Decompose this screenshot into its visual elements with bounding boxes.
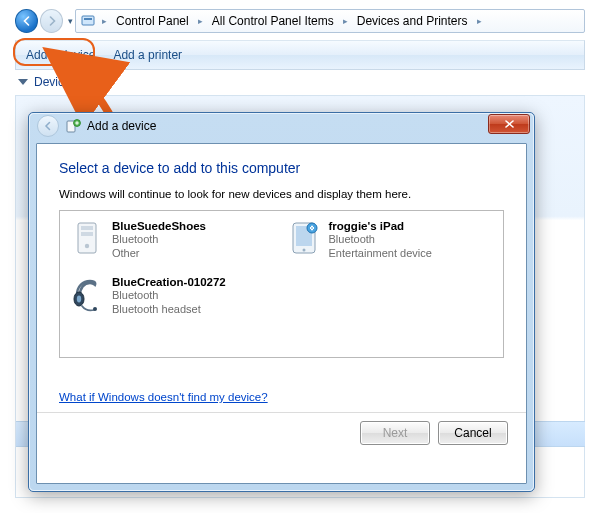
svg-point-11: [85, 244, 89, 248]
breadcrumb-separator-icon: ▸: [100, 16, 109, 26]
device-category: Entertainment device: [329, 247, 432, 261]
dialog-subtext: Windows will continue to look for new de…: [59, 188, 504, 200]
tablet-device-icon: [287, 219, 321, 259]
location-icon: [80, 13, 96, 29]
device-type: Bluetooth: [112, 289, 226, 303]
close-button[interactable]: [488, 114, 530, 134]
device-list: BlueSuedeShoes Bluetooth Other: [59, 210, 504, 358]
device-item[interactable]: BlueSuedeShoes Bluetooth Other: [70, 219, 277, 271]
section-count: (6): [83, 75, 98, 89]
device-item[interactable]: BlueCreation-010272 Bluetooth Bluetooth …: [70, 275, 277, 327]
breadcrumb-item[interactable]: Devices and Printers: [354, 14, 471, 28]
device-category: Other: [112, 247, 206, 261]
dialog-footer-separator: [37, 412, 526, 413]
dialog-heading: Select a device to add to this computer: [59, 160, 504, 176]
dialog-title: Add a device: [87, 119, 156, 133]
back-button[interactable]: [15, 9, 38, 33]
svg-point-18: [93, 307, 97, 311]
svg-rect-1: [84, 18, 92, 20]
device-name: froggie's iPad: [329, 219, 432, 233]
breadcrumb-separator-icon: ▸: [341, 16, 350, 26]
add-device-dialog: Add a device Select a device to add to t…: [28, 112, 535, 492]
add-printer-command[interactable]: Add a printer: [113, 48, 182, 62]
address-bar[interactable]: ▸ Control Panel ▸ All Control Panel Item…: [75, 9, 585, 33]
nav-history-dropdown[interactable]: ▾: [65, 12, 75, 30]
devices-section-header[interactable]: Devices (6): [18, 75, 570, 89]
device-category: Bluetooth headset: [112, 303, 226, 317]
command-toolbar: Add a device Add a printer: [15, 40, 585, 70]
add-device-icon: [65, 118, 81, 134]
forward-button[interactable]: [40, 9, 63, 33]
device-item[interactable]: froggie's iPad Bluetooth Entertainment d…: [287, 219, 494, 271]
add-device-command[interactable]: Add a device: [26, 48, 95, 62]
cancel-button[interactable]: Cancel: [438, 421, 508, 445]
svg-point-17: [77, 296, 81, 303]
device-type: Bluetooth: [329, 233, 432, 247]
dialog-back-button[interactable]: [37, 115, 59, 137]
breadcrumb-separator-icon: ▸: [196, 16, 205, 26]
breadcrumb-item[interactable]: Control Panel: [113, 14, 192, 28]
svg-rect-0: [82, 16, 94, 25]
help-link[interactable]: What if Windows doesn't find my device?: [59, 391, 268, 403]
svg-rect-10: [81, 232, 93, 236]
section-label: Devices: [34, 75, 77, 89]
desktop-device-icon: [70, 219, 104, 259]
device-name: BlueCreation-010272: [112, 275, 226, 289]
svg-rect-9: [81, 226, 93, 230]
dialog-body: Select a device to add to this computer …: [36, 143, 527, 484]
breadcrumb-separator-icon: ▸: [475, 16, 484, 26]
dialog-titlebar: Add a device: [29, 113, 534, 139]
next-button[interactable]: Next: [360, 421, 430, 445]
collapse-triangle-icon: [18, 79, 28, 85]
svg-point-14: [302, 249, 305, 252]
explorer-navbar: ▾ ▸ Control Panel ▸ All Control Panel It…: [15, 8, 585, 34]
headset-device-icon: [70, 275, 104, 315]
device-name: BlueSuedeShoes: [112, 219, 206, 233]
device-type: Bluetooth: [112, 233, 206, 247]
breadcrumb-item[interactable]: All Control Panel Items: [209, 14, 337, 28]
